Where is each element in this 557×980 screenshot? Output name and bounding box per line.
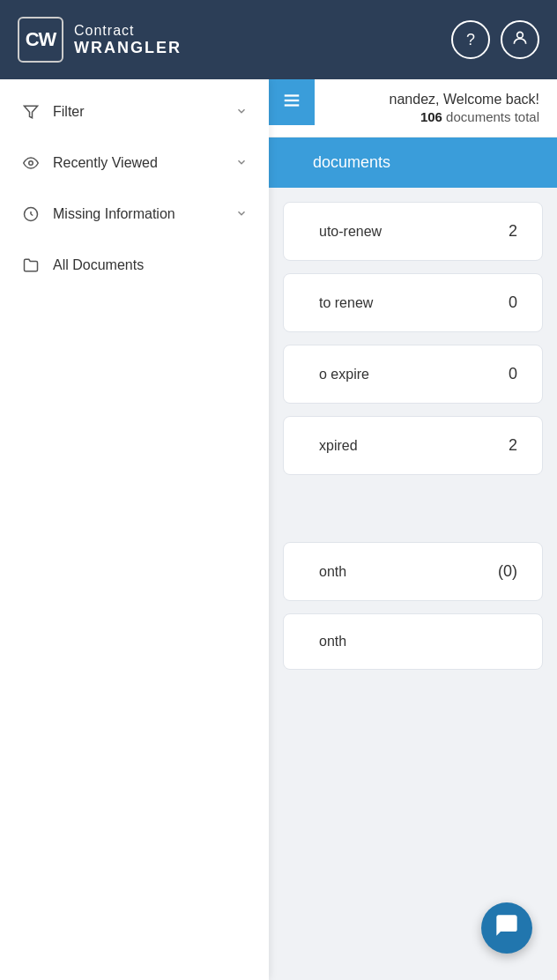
app-header: CW Contract WRANGLER ?	[0, 0, 557, 79]
card-to-expire[interactable]: o expire 0	[283, 345, 543, 404]
card-label-0: uto-renew	[319, 224, 382, 240]
card-auto-renew[interactable]: uto-renew 2	[283, 202, 543, 261]
chat-button[interactable]	[481, 902, 532, 954]
card-label-3: xpired	[319, 438, 358, 454]
card-month-2[interactable]: onth	[283, 613, 543, 670]
welcome-message: nandez, Welcome back!	[322, 92, 539, 108]
logo-wrangler: WRANGLER	[74, 39, 182, 57]
card-s2-label-1: onth	[319, 634, 346, 650]
card-count-3: 2	[509, 436, 517, 455]
card-count-1: 0	[509, 293, 517, 312]
chat-icon	[494, 913, 519, 944]
logo-cw: CW	[18, 17, 63, 63]
help-icon: ?	[466, 31, 475, 49]
header-actions: ?	[451, 20, 539, 59]
sidebar: Filter Recently Viewed	[0, 79, 269, 980]
card-label-1: to renew	[319, 295, 373, 311]
welcome-section: nandez, Welcome back! 106 documents tota…	[269, 79, 557, 137]
all-documents-button[interactable]: documents	[269, 137, 557, 188]
filter-icon	[21, 102, 41, 122]
sidebar-item-all-documents[interactable]: All Documents	[0, 240, 269, 291]
sidebar-item-filter[interactable]: Filter	[0, 86, 269, 137]
eye-icon	[21, 153, 41, 173]
missing-info-chevron	[235, 207, 248, 222]
logo-area: CW Contract WRANGLER	[18, 17, 182, 63]
user-icon	[511, 29, 529, 51]
user-button[interactable]	[501, 20, 539, 59]
card-label-2: o expire	[319, 367, 369, 382]
folder-icon	[21, 256, 41, 275]
svg-point-0	[517, 32, 524, 38]
dashboard-cards-section1: uto-renew 2 to renew 0 o expire 0 xpired…	[269, 188, 557, 501]
logo-text: Contract WRANGLER	[74, 23, 182, 57]
svg-marker-1	[25, 106, 38, 118]
recently-viewed-chevron	[235, 156, 248, 171]
hamburger-icon	[282, 91, 301, 115]
sidebar-item-recently-viewed[interactable]: Recently Viewed	[0, 137, 269, 189]
card-s2-label-0: onth	[319, 564, 346, 580]
all-documents-label: All Documents	[53, 257, 144, 273]
content-area: Filter Recently Viewed	[0, 79, 557, 980]
recently-viewed-label: Recently Viewed	[53, 155, 158, 171]
svg-point-2	[29, 161, 33, 166]
logo-contract: Contract	[74, 23, 182, 39]
main-content: nandez, Welcome back! 106 documents tota…	[269, 79, 557, 980]
filter-chevron	[235, 105, 248, 120]
card-month-1[interactable]: onth (0)	[283, 542, 543, 601]
card-expired[interactable]: xpired 2	[283, 416, 543, 475]
card-count-0: 2	[509, 222, 517, 241]
help-button[interactable]: ?	[451, 20, 490, 59]
filter-label: Filter	[53, 104, 85, 120]
card-to-renew[interactable]: to renew 0	[283, 273, 543, 332]
sidebar-item-missing-info[interactable]: Missing Information	[0, 189, 269, 240]
missing-info-label: Missing Information	[53, 206, 175, 222]
clock-icon	[21, 204, 41, 224]
section-gap	[269, 501, 557, 528]
dashboard-cards-section2: onth (0) onth	[269, 528, 557, 696]
card-s2-count-0: (0)	[498, 562, 517, 581]
svg-line-5	[31, 214, 33, 216]
menu-toggle-button[interactable]	[269, 79, 315, 125]
card-count-2: 0	[509, 365, 517, 383]
doc-count: 106 documents total	[322, 109, 539, 124]
